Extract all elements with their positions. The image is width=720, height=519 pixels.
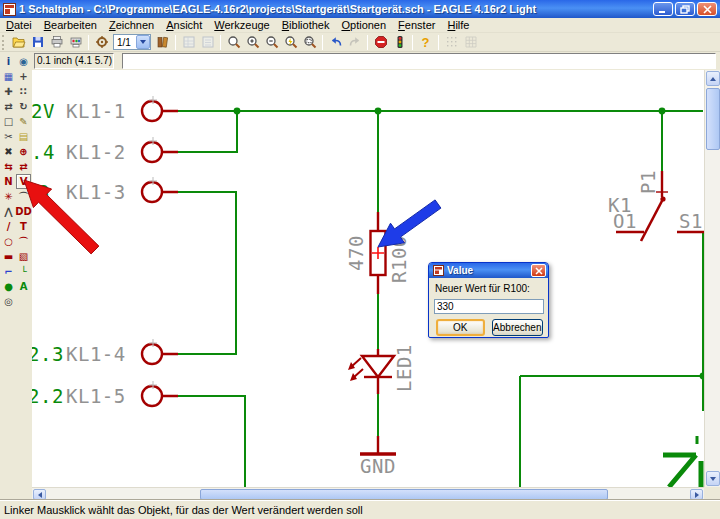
traffic-light-icon [393, 35, 407, 49]
led-name: LED1 [393, 344, 415, 392]
tool-split[interactable]: ⋀ [1, 204, 16, 219]
tool-display[interactable]: ▦ [1, 69, 16, 84]
tool-smash[interactable]: ✳ [1, 189, 16, 204]
tool-miter[interactable]: ⌒ [16, 189, 31, 204]
tool-cut[interactable]: ✂ [1, 129, 16, 144]
sheet-selector[interactable]: 1/1 [113, 34, 151, 50]
tool-palette: i◉▦+✚∷⇄↻□✎✂▤✖⊕⇆⇄NV✳⌒⋀DD/T○⌒▬▧⌐└●A◎ [0, 52, 32, 500]
print-button[interactable] [47, 34, 66, 51]
tool-net[interactable]: └ [16, 264, 31, 279]
tool-pinswap[interactable]: ⇆ [1, 159, 16, 174]
tool-mark[interactable]: + [16, 69, 31, 84]
menu-optionen[interactable]: Optionen [335, 18, 392, 32]
dialog-prompt: Neuer Wert für R100: [435, 283, 543, 294]
board-button[interactable] [92, 34, 111, 51]
tool-rect[interactable]: ▬ [1, 249, 16, 264]
connector-kl1[interactable] [142, 101, 178, 406]
redo-button[interactable] [345, 34, 364, 51]
menu-fenster[interactable]: Fenster [392, 18, 441, 32]
sheet-thumbnails-button[interactable] [179, 34, 198, 51]
help-button[interactable]: ? [416, 34, 435, 51]
scroll-right-button[interactable] [690, 489, 703, 500]
tool-invoke[interactable]: DD [16, 204, 31, 219]
ok-button[interactable]: OK [436, 319, 485, 336]
toolbar-gripper[interactable] [2, 35, 7, 50]
tool-wire[interactable]: / [1, 219, 16, 234]
tool-bus[interactable]: ⌐ [1, 264, 16, 279]
tool-add[interactable]: ⊕ [16, 144, 31, 159]
tool-text[interactable]: T [16, 219, 31, 234]
main-toolbar: 1/1 ? [0, 33, 720, 52]
tool-mirror[interactable]: ⇄ [1, 99, 16, 114]
tool-erc[interactable]: ◎ [1, 294, 16, 309]
gnd-symbol[interactable] [360, 436, 396, 454]
tool-group[interactable]: □ [1, 114, 16, 129]
tool-paste[interactable]: ▤ [16, 129, 31, 144]
tool-show[interactable]: ◉ [16, 54, 31, 69]
cam-processor-button[interactable] [66, 34, 85, 51]
use-library-button[interactable] [153, 34, 172, 51]
tool-value[interactable]: V [16, 174, 31, 189]
restore-button[interactable] [675, 2, 695, 16]
save-button[interactable] [28, 34, 47, 51]
tool-polygon[interactable]: ▧ [16, 249, 31, 264]
toolbar-separator [438, 35, 439, 50]
toolbar-separator [220, 35, 221, 50]
horizontal-scroll-thumb[interactable] [200, 489, 608, 500]
dialog-title-bar[interactable]: Value [429, 263, 548, 278]
net-label: 2.2 [32, 385, 64, 407]
menu-ansicht[interactable]: Ansicht [160, 18, 208, 32]
menu-bibliothek[interactable]: Bibliothek [276, 18, 336, 32]
vertical-scroll-thumb[interactable] [706, 88, 720, 150]
menu-werkzeuge[interactable]: Werkzeuge [208, 18, 275, 32]
tool-label[interactable]: A [16, 279, 31, 294]
sheet-selector-dropdown[interactable] [136, 35, 150, 49]
close-button[interactable] [697, 2, 717, 16]
led-led1[interactable] [348, 349, 394, 394]
grid-dots-button[interactable] [442, 34, 461, 51]
open-button[interactable] [9, 34, 28, 51]
scroll-down-button[interactable] [706, 471, 720, 486]
scroll-left-button[interactable] [33, 489, 46, 500]
minimize-button[interactable] [653, 2, 673, 16]
sheet-list-button[interactable] [198, 34, 217, 51]
tool-circle[interactable]: ○ [1, 234, 16, 249]
zoom-redraw-button[interactable] [281, 34, 300, 51]
cancel-button[interactable]: Abbrechen [492, 319, 543, 336]
horizontal-scrollbar[interactable] [32, 487, 704, 500]
junction-dots [234, 108, 704, 380]
tool-info[interactable]: i [1, 54, 16, 69]
tool-delete[interactable]: ✖ [1, 144, 16, 159]
zoom-fit-button[interactable] [224, 34, 243, 51]
save-floppy-icon [31, 35, 45, 49]
menu-hilfe[interactable]: Hilfe [441, 18, 475, 32]
tool-copy[interactable]: ∷ [16, 84, 31, 99]
scroll-up-button[interactable] [706, 71, 720, 86]
relay-pin-o: O1 [613, 210, 637, 232]
tool-rotate[interactable]: ↻ [16, 99, 31, 114]
tool-junction[interactable]: ● [1, 279, 16, 294]
zoom-out-button[interactable] [262, 34, 281, 51]
menu-zeichnen[interactable]: Zeichnen [103, 18, 160, 32]
grid-lines-button[interactable] [461, 34, 480, 51]
go-button[interactable] [390, 34, 409, 51]
menu-bearbeiten[interactable]: Bearbeiten [38, 18, 103, 32]
value-input[interactable] [434, 299, 544, 314]
tool-move[interactable]: ✚ [1, 84, 16, 99]
arrow-left-icon [35, 492, 42, 498]
dialog-close-button[interactable] [531, 264, 546, 277]
schematic-canvas[interactable]: 2V .4 3 2.3 2.2 KL1-1 KL1-2 KL1-3 KL1-4 … [32, 70, 704, 487]
stop-button[interactable] [371, 34, 390, 51]
zoom-in-button[interactable] [243, 34, 262, 51]
menu-datei[interactable]: Datei [0, 18, 38, 32]
tool-change[interactable]: ✎ [16, 114, 31, 129]
vertical-scrollbar[interactable] [704, 70, 720, 487]
wire-fragment[interactable] [663, 436, 701, 487]
tool-gateswap[interactable]: ⇄ [16, 159, 31, 174]
zoom-select-button[interactable] [300, 34, 319, 51]
command-input[interactable] [122, 53, 716, 69]
undo-button[interactable] [326, 34, 345, 51]
dialog-icon [433, 265, 444, 276]
tool-arc[interactable]: ⌒ [16, 234, 31, 249]
tool-name[interactable]: N [1, 174, 16, 189]
